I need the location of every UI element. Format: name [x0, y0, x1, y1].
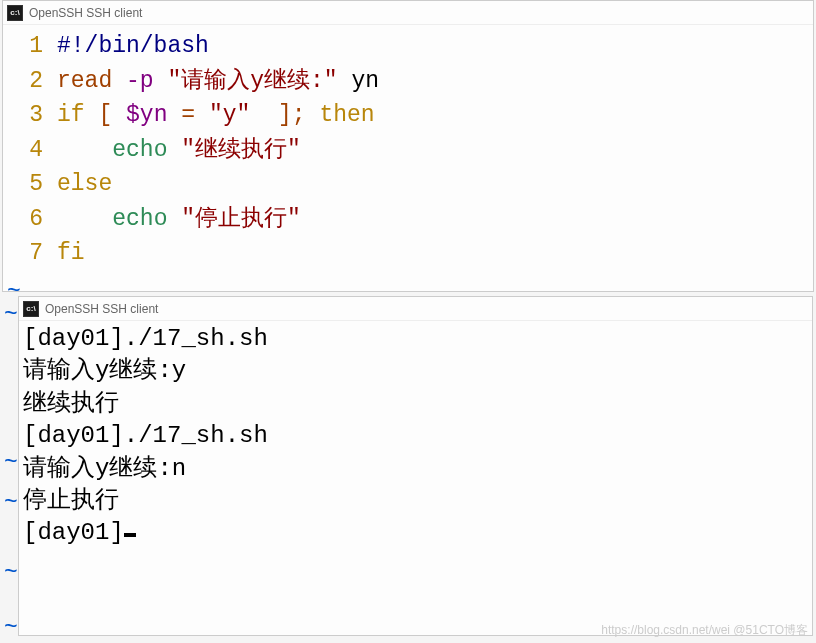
terminal-output[interactable]: [day01]./17_sh.sh请输入y继续:y继续执行[day01]./17…: [19, 321, 812, 552]
terminal-icon: c:\: [23, 301, 39, 317]
line-number: 3: [3, 98, 57, 133]
vim-tilde: ~: [4, 615, 18, 641]
code-line[interactable]: 6 echo "停止执行": [3, 202, 813, 237]
line-number: 7: [3, 236, 57, 271]
line-number: 6: [3, 202, 57, 237]
editor-window: c:\ OpenSSH SSH client 1#!/bin/bash2read…: [2, 0, 814, 292]
code-content: echo "继续执行": [57, 133, 301, 168]
code-line[interactable]: 3if [ $yn = "y" ]; then: [3, 98, 813, 133]
terminal-line: 请输入y继续:n: [23, 453, 808, 485]
terminal-line: 继续执行: [23, 388, 808, 420]
code-content: #!/bin/bash: [57, 29, 209, 64]
terminal-title-text: OpenSSH SSH client: [45, 302, 158, 316]
editor-title-text: OpenSSH SSH client: [29, 6, 142, 20]
line-number: 4: [3, 133, 57, 168]
code-line[interactable]: 5else: [3, 167, 813, 202]
editor-titlebar[interactable]: c:\ OpenSSH SSH client: [3, 1, 813, 25]
terminal-line: 请输入y继续:y: [23, 355, 808, 387]
code-content: read -p "请输入y继续:" yn: [57, 64, 379, 99]
terminal-line: [day01]./17_sh.sh: [23, 420, 808, 452]
terminal-prompt[interactable]: [day01]: [23, 517, 808, 549]
terminal-icon: c:\: [7, 5, 23, 21]
code-content: echo "停止执行": [57, 202, 301, 237]
terminal-line: 停止执行: [23, 485, 808, 517]
cursor-icon: [124, 533, 136, 537]
line-number: 1: [3, 29, 57, 64]
vim-tilde: ~: [4, 560, 18, 586]
code-content: if [ $yn = "y" ]; then: [57, 98, 375, 133]
code-line[interactable]: 2read -p "请输入y继续:" yn: [3, 64, 813, 99]
line-number: 2: [3, 64, 57, 99]
code-content: else: [57, 167, 112, 202]
code-line[interactable]: 4 echo "继续执行": [3, 133, 813, 168]
code-line[interactable]: 1#!/bin/bash: [3, 29, 813, 64]
code-content: fi: [57, 236, 85, 271]
terminal-window: c:\ OpenSSH SSH client [day01]./17_sh.sh…: [18, 296, 813, 636]
code-editor-area[interactable]: 1#!/bin/bash2read -p "请输入y继续:" yn3if [ $…: [3, 25, 813, 275]
watermark-text: https://blog.csdn.net/wei @51CTO博客: [601, 622, 808, 639]
vim-tilde: ~: [4, 302, 18, 328]
code-line[interactable]: 7fi: [3, 236, 813, 271]
line-number: 5: [3, 167, 57, 202]
vim-tilde: ~: [4, 490, 18, 516]
vim-tilde: ~: [4, 450, 18, 476]
terminal-titlebar[interactable]: c:\ OpenSSH SSH client: [19, 297, 812, 321]
terminal-line: [day01]./17_sh.sh: [23, 323, 808, 355]
